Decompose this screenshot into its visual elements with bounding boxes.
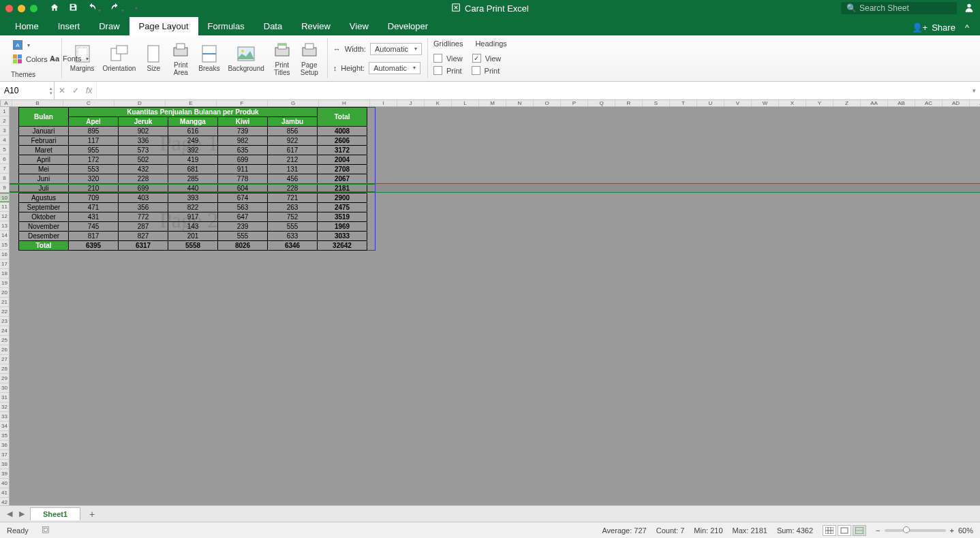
home-icon[interactable] xyxy=(50,3,59,14)
breaks-button[interactable]: Breaks xyxy=(196,43,222,74)
row-header[interactable]: 17 xyxy=(0,259,10,269)
row-header[interactable]: 13 xyxy=(0,221,10,231)
tab-developer[interactable]: Developer xyxy=(378,17,438,35)
row-header[interactable]: 31 xyxy=(0,393,10,402)
row-header[interactable]: 26 xyxy=(0,345,10,355)
fonts-button[interactable]: Aa Fonts▾ xyxy=(48,52,90,65)
column-header[interactable]: C xyxy=(63,100,114,106)
row-header[interactable]: 16 xyxy=(0,250,10,259)
spreadsheet-grid[interactable]: 1234567891011121314151617181920212223242… xyxy=(0,107,980,505)
row-header[interactable]: 21 xyxy=(0,298,10,307)
tab-formulas[interactable]: Formulas xyxy=(198,17,254,35)
headings-print-checkbox[interactable] xyxy=(472,66,480,75)
tab-data[interactable]: Data xyxy=(254,17,292,35)
minimize-window-button[interactable] xyxy=(18,5,25,12)
column-header[interactable]: V xyxy=(724,100,752,106)
column-header[interactable]: O xyxy=(534,100,561,106)
tab-page-layout[interactable]: Page Layout xyxy=(129,17,198,35)
headings-view-checkbox[interactable]: ✓ xyxy=(472,54,481,63)
column-header[interactable]: T xyxy=(670,100,697,106)
qat-more-icon[interactable]: ▾ xyxy=(135,5,138,12)
row-header[interactable]: 19 xyxy=(0,279,10,288)
column-header[interactable]: P xyxy=(561,100,588,106)
data-table[interactable]: BulanKuantitas Penjualan Bulanan per Pro… xyxy=(18,107,367,251)
gridlines-print-checkbox[interactable] xyxy=(433,66,442,75)
row-header[interactable]: 9 xyxy=(0,183,10,193)
row-header[interactable]: 15 xyxy=(0,240,10,250)
row-header[interactable]: 7 xyxy=(0,164,10,174)
redo-icon[interactable]: ▾ xyxy=(110,3,124,14)
row-header[interactable]: 28 xyxy=(0,364,10,374)
column-header[interactable]: AE xyxy=(970,100,980,106)
background-button[interactable]: Background xyxy=(225,43,266,74)
close-window-button[interactable] xyxy=(5,5,13,12)
tab-insert[interactable]: Insert xyxy=(48,17,90,35)
column-header[interactable]: U xyxy=(697,100,724,106)
add-sheet-button[interactable]: + xyxy=(85,507,99,522)
row-header[interactable]: 36 xyxy=(0,441,10,450)
column-header[interactable]: Q xyxy=(588,100,615,106)
normal-view-button[interactable] xyxy=(823,525,836,536)
tab-view[interactable]: View xyxy=(340,17,378,35)
size-button[interactable]: Size xyxy=(141,43,166,74)
row-header[interactable]: 35 xyxy=(0,431,10,441)
gridlines-view-checkbox[interactable] xyxy=(433,54,442,63)
enter-formula-icon[interactable]: ✓ xyxy=(72,86,79,95)
row-header[interactable]: 5 xyxy=(0,145,10,155)
column-header[interactable]: K xyxy=(425,100,452,106)
name-box[interactable]: A10 ▴▾ xyxy=(0,82,55,99)
row-header[interactable]: 27 xyxy=(0,355,10,364)
column-header[interactable]: I xyxy=(370,100,397,106)
expand-formula-bar-icon[interactable]: ▾ xyxy=(973,87,976,94)
row-header[interactable]: 33 xyxy=(0,412,10,422)
print-area-button[interactable]: Print Area xyxy=(168,39,193,78)
zoom-slider[interactable] xyxy=(885,529,946,532)
column-header[interactable]: W xyxy=(752,100,779,106)
row-header[interactable]: 23 xyxy=(0,317,10,326)
accessibility-icon[interactable] xyxy=(41,525,50,536)
tab-review[interactable]: Review xyxy=(292,17,340,35)
column-header[interactable]: E xyxy=(166,100,217,106)
row-header[interactable]: 11 xyxy=(0,202,10,212)
column-header[interactable]: L xyxy=(452,100,479,106)
maximize-window-button[interactable] xyxy=(30,5,37,12)
orientation-button[interactable]: Orientation xyxy=(99,43,138,74)
column-header[interactable]: D xyxy=(114,100,166,106)
column-header[interactable]: A xyxy=(1,100,12,106)
page-break-view-button[interactable] xyxy=(853,525,866,536)
row-header[interactable]: 32 xyxy=(0,402,10,412)
row-header[interactable]: 30 xyxy=(0,383,10,393)
undo-icon[interactable]: ▾ xyxy=(87,3,101,14)
width-select[interactable]: Automatic▾ xyxy=(370,43,422,55)
row-header[interactable]: 18 xyxy=(0,269,10,279)
row-header[interactable]: 6 xyxy=(0,155,10,164)
column-header[interactable]: M xyxy=(479,100,506,106)
zoom-level[interactable]: 60% xyxy=(958,526,973,535)
cancel-formula-icon[interactable]: ✕ xyxy=(59,86,65,95)
fx-icon[interactable]: fx xyxy=(86,86,92,95)
row-header[interactable]: 1 xyxy=(0,107,10,116)
column-header[interactable]: B xyxy=(12,100,63,106)
tab-home[interactable]: Home xyxy=(5,17,48,35)
column-header[interactable]: F xyxy=(217,100,268,106)
row-header[interactable]: 34 xyxy=(0,422,10,431)
tab-draw[interactable]: Draw xyxy=(89,17,129,35)
save-icon[interactable] xyxy=(69,3,78,14)
zoom-in-button[interactable]: + xyxy=(950,526,954,535)
column-header[interactable]: Y xyxy=(806,100,833,106)
print-titles-button[interactable]: Print Titles xyxy=(270,39,294,78)
row-header[interactable]: 37 xyxy=(0,450,10,460)
page-setup-button[interactable]: Page Setup xyxy=(297,39,322,78)
search-input[interactable]: 🔍 Search Sheet xyxy=(841,2,957,14)
column-header[interactable]: N xyxy=(506,100,534,106)
column-header[interactable]: S xyxy=(643,100,670,106)
row-header[interactable]: 39 xyxy=(0,469,10,479)
column-header[interactable]: H xyxy=(319,100,370,106)
row-header[interactable]: 12 xyxy=(0,212,10,221)
height-select[interactable]: Automatic▾ xyxy=(369,62,420,74)
themes-button[interactable]: A ▾ xyxy=(11,38,56,52)
row-header[interactable]: 2 xyxy=(0,116,10,126)
share-button[interactable]: 👤+ Share ^ xyxy=(906,20,975,35)
row-header[interactable]: 8 xyxy=(0,174,10,183)
row-header[interactable]: 38 xyxy=(0,460,10,469)
